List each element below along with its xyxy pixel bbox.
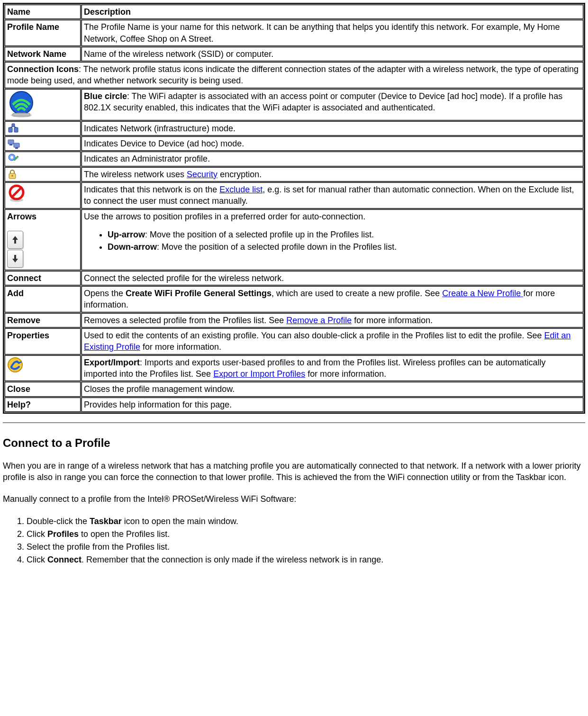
row-profile-name-label: Profile Name	[5, 20, 81, 46]
svg-rect-3	[9, 127, 12, 132]
section-p1: When you are in range of a wireless netw…	[3, 460, 585, 483]
row-connect-label: Connect	[5, 271, 81, 285]
svg-rect-4	[14, 127, 18, 132]
svg-rect-11	[15, 147, 18, 149]
down-arrow-button[interactable]	[7, 250, 23, 268]
row-add-desc: Opens the Create WiFi Profile General Se…	[81, 286, 583, 312]
row-network-name-label: Network Name	[5, 47, 81, 61]
adhoc-mode-icon	[5, 136, 81, 151]
row-add-label: Add	[5, 286, 81, 312]
row-connection-icons: Connection Icons: The network profile st…	[5, 62, 583, 88]
svg-rect-10	[9, 144, 12, 145]
svg-line-7	[14, 127, 16, 127]
row-remove-desc: Removes a selected profile from the Prof…	[81, 313, 583, 327]
row-connect-desc: Connect the selected profile for the wir…	[81, 271, 583, 285]
header-name: Name	[5, 5, 81, 19]
step-2: Click Profiles to open the Profiles list…	[27, 528, 585, 540]
step-3: Select the profile from the Profiles lis…	[27, 541, 585, 553]
row-admin-desc: Indicates an Administrator profile.	[81, 152, 583, 166]
steps-list: Double-click the Taskbar icon to open th…	[17, 516, 585, 566]
divider	[3, 422, 585, 423]
section-title: Connect to a Profile	[3, 436, 585, 450]
row-arrows-desc: Use the arrows to position profiles in a…	[81, 209, 583, 270]
svg-rect-5	[12, 124, 15, 127]
security-lock-icon	[5, 167, 81, 181]
row-close-desc: Closes the profile management window.	[81, 382, 583, 396]
row-profile-name-desc: The Profile Name is your name for this n…	[81, 20, 583, 46]
row-help-label: Help?	[5, 398, 81, 412]
exclude-list-link[interactable]: Exclude list	[219, 185, 262, 194]
svg-line-6	[10, 127, 13, 127]
exclude-icon	[5, 182, 81, 208]
svg-point-15	[11, 175, 13, 177]
svg-rect-2	[13, 113, 30, 116]
row-arrows-label: Arrows	[5, 209, 81, 270]
row-exclude-desc: Indicates that this network is on the Ex…	[81, 182, 583, 208]
export-import-icon	[5, 355, 81, 381]
row-help-desc: Provides help information for this page.	[81, 398, 583, 412]
step-4: Click Connect. Remember that the connect…	[27, 554, 585, 566]
row-export-desc: Export/Import: Imports and exports user-…	[81, 355, 583, 381]
admin-profile-icon	[5, 152, 81, 166]
header-description: Description	[81, 5, 583, 19]
row-remove-label: Remove	[5, 313, 81, 327]
remove-profile-link[interactable]: Remove a Profile	[286, 316, 352, 325]
infrastructure-mode-icon	[5, 121, 81, 136]
step-1: Double-click the Taskbar icon to open th…	[27, 516, 585, 527]
section-p2: Manually connect to a profile from the I…	[3, 493, 585, 505]
row-properties-desc: Used to edit the contents of an existing…	[81, 328, 583, 354]
svg-rect-8	[8, 140, 14, 144]
row-adhoc-desc: Indicates Device to Device (ad hoc) mode…	[81, 136, 583, 151]
svg-rect-9	[14, 143, 19, 147]
row-properties-label: Properties	[5, 328, 81, 354]
svg-point-13	[10, 156, 13, 159]
create-new-profile-link[interactable]: Create a New Profile	[442, 289, 523, 298]
row-blue-circle-desc: Blue circle: The WiFi adapter is associa…	[81, 89, 583, 120]
row-close-label: Close	[5, 382, 81, 396]
row-infra-desc: Indicates Network (infrastructure) mode.	[81, 121, 583, 136]
row-network-name-desc: Name of the wireless network (SSID) or c…	[81, 47, 583, 61]
profiles-table: Name Description Profile Name The Profil…	[3, 3, 585, 414]
row-security-desc: The wireless network uses Security encry…	[81, 167, 583, 181]
security-link[interactable]: Security	[187, 170, 217, 179]
wifi-connected-icon	[5, 89, 81, 120]
up-arrow-button[interactable]	[7, 231, 23, 249]
export-import-link[interactable]: Export or Import Profiles	[213, 369, 305, 379]
